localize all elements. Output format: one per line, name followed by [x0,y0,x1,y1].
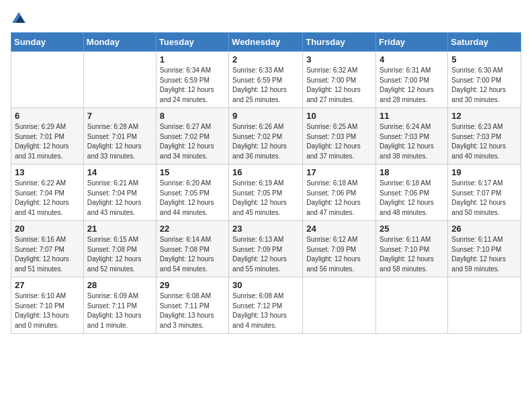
cell-content: Sunrise: 6:15 AM Sunset: 7:08 PM Dayligh… [87,235,152,274]
day-number: 29 [160,280,225,290]
calendar-cell: 11Sunrise: 6:24 AM Sunset: 7:03 PM Dayli… [376,108,448,165]
cell-content: Sunrise: 6:34 AM Sunset: 6:59 PM Dayligh… [160,66,225,105]
cell-content: Sunrise: 6:18 AM Sunset: 7:06 PM Dayligh… [306,179,372,218]
cell-content: Sunrise: 6:10 AM Sunset: 7:10 PM Dayligh… [15,291,80,330]
calendar-cell: 3Sunrise: 6:32 AM Sunset: 7:00 PM Daylig… [303,52,376,108]
calendar-cell: 27Sunrise: 6:10 AM Sunset: 7:10 PM Dayli… [11,277,84,334]
week-row-2: 6Sunrise: 6:29 AM Sunset: 7:01 PM Daylig… [11,108,521,165]
calendar-cell: 6Sunrise: 6:29 AM Sunset: 7:01 PM Daylig… [11,108,84,165]
day-number: 28 [87,280,152,290]
day-number: 8 [160,111,225,121]
day-number: 3 [306,54,372,64]
day-number: 1 [160,54,225,64]
calendar-cell: 14Sunrise: 6:21 AM Sunset: 7:04 PM Dayli… [83,165,156,221]
calendar-cell: 29Sunrise: 6:08 AM Sunset: 7:11 PM Dayli… [156,277,228,334]
cell-content: Sunrise: 6:11 AM Sunset: 7:10 PM Dayligh… [380,235,444,274]
cell-content: Sunrise: 6:31 AM Sunset: 7:00 PM Dayligh… [380,66,444,105]
cell-content: Sunrise: 6:29 AM Sunset: 7:01 PM Dayligh… [15,122,80,161]
day-number: 27 [15,280,80,290]
cell-content: Sunrise: 6:08 AM Sunset: 7:11 PM Dayligh… [160,291,225,330]
weekday-header-row: SundayMondayTuesdayWednesdayThursdayFrid… [11,33,521,52]
day-number: 9 [232,111,299,121]
weekday-header-monday: Monday [83,33,156,52]
calendar-cell: 2Sunrise: 6:33 AM Sunset: 6:59 PM Daylig… [229,52,303,108]
calendar-cell: 19Sunrise: 6:17 AM Sunset: 7:07 PM Dayli… [448,165,521,221]
day-number: 11 [380,111,444,121]
day-number: 10 [306,111,372,121]
day-number: 2 [232,54,299,64]
week-row-1: 1Sunrise: 6:34 AM Sunset: 6:59 PM Daylig… [11,52,521,108]
day-number: 17 [306,167,372,177]
day-number: 16 [232,167,299,177]
cell-content: Sunrise: 6:19 AM Sunset: 7:05 PM Dayligh… [232,179,299,218]
calendar-cell: 30Sunrise: 6:08 AM Sunset: 7:12 PM Dayli… [229,277,303,334]
day-number: 14 [87,167,152,177]
cell-content: Sunrise: 6:26 AM Sunset: 7:02 PM Dayligh… [232,122,299,161]
calendar-cell: 18Sunrise: 6:18 AM Sunset: 7:06 PM Dayli… [376,165,448,221]
calendar-cell: 8Sunrise: 6:27 AM Sunset: 7:02 PM Daylig… [156,108,228,165]
cell-content: Sunrise: 6:22 AM Sunset: 7:04 PM Dayligh… [15,179,80,218]
day-number: 19 [451,167,517,177]
day-number: 5 [451,54,517,64]
calendar-cell: 22Sunrise: 6:14 AM Sunset: 7:08 PM Dayli… [156,221,228,277]
calendar-cell: 13Sunrise: 6:22 AM Sunset: 7:04 PM Dayli… [11,165,84,221]
cell-content: Sunrise: 6:33 AM Sunset: 6:59 PM Dayligh… [232,66,299,105]
calendar-cell: 17Sunrise: 6:18 AM Sunset: 7:06 PM Dayli… [303,165,376,221]
day-number: 30 [232,280,299,290]
day-number: 22 [160,224,225,234]
day-number: 13 [15,167,80,177]
cell-content: Sunrise: 6:14 AM Sunset: 7:08 PM Dayligh… [160,235,225,274]
calendar-cell: 15Sunrise: 6:20 AM Sunset: 7:05 PM Dayli… [156,165,228,221]
day-number: 15 [160,167,225,177]
day-number: 7 [87,111,152,121]
calendar-cell: 23Sunrise: 6:13 AM Sunset: 7:09 PM Dayli… [229,221,303,277]
calendar-cell: 1Sunrise: 6:34 AM Sunset: 6:59 PM Daylig… [156,52,228,108]
cell-content: Sunrise: 6:27 AM Sunset: 7:02 PM Dayligh… [160,122,225,161]
calendar-cell: 7Sunrise: 6:28 AM Sunset: 7:01 PM Daylig… [83,108,156,165]
day-number: 21 [87,224,152,234]
calendar-cell [448,277,521,334]
calendar-cell: 24Sunrise: 6:12 AM Sunset: 7:09 PM Dayli… [303,221,376,277]
cell-content: Sunrise: 6:24 AM Sunset: 7:03 PM Dayligh… [380,122,444,161]
logo [11,11,26,24]
page-header [11,11,521,24]
cell-content: Sunrise: 6:30 AM Sunset: 7:00 PM Dayligh… [451,66,517,105]
calendar-cell: 4Sunrise: 6:31 AM Sunset: 7:00 PM Daylig… [376,52,448,108]
day-number: 25 [380,224,444,234]
weekday-header-sunday: Sunday [11,33,84,52]
calendar-table: SundayMondayTuesdayWednesdayThursdayFrid… [11,32,521,334]
calendar-cell: 25Sunrise: 6:11 AM Sunset: 7:10 PM Dayli… [376,221,448,277]
cell-content: Sunrise: 6:32 AM Sunset: 7:00 PM Dayligh… [306,66,372,105]
calendar-cell: 10Sunrise: 6:25 AM Sunset: 7:03 PM Dayli… [303,108,376,165]
calendar-cell: 9Sunrise: 6:26 AM Sunset: 7:02 PM Daylig… [229,108,303,165]
cell-content: Sunrise: 6:08 AM Sunset: 7:12 PM Dayligh… [232,291,299,330]
weekday-header-tuesday: Tuesday [156,33,228,52]
week-row-3: 13Sunrise: 6:22 AM Sunset: 7:04 PM Dayli… [11,165,521,221]
week-row-4: 20Sunrise: 6:16 AM Sunset: 7:07 PM Dayli… [11,221,521,277]
calendar-cell [11,52,84,108]
cell-content: Sunrise: 6:12 AM Sunset: 7:09 PM Dayligh… [306,235,372,274]
weekday-header-saturday: Saturday [448,33,521,52]
calendar-cell: 5Sunrise: 6:30 AM Sunset: 7:00 PM Daylig… [448,52,521,108]
weekday-header-friday: Friday [376,33,448,52]
cell-content: Sunrise: 6:11 AM Sunset: 7:10 PM Dayligh… [451,235,517,274]
calendar-cell: 12Sunrise: 6:23 AM Sunset: 7:03 PM Dayli… [448,108,521,165]
weekday-header-thursday: Thursday [303,33,376,52]
day-number: 20 [15,224,80,234]
cell-content: Sunrise: 6:25 AM Sunset: 7:03 PM Dayligh… [306,122,372,161]
cell-content: Sunrise: 6:23 AM Sunset: 7:03 PM Dayligh… [451,122,517,161]
day-number: 4 [380,54,444,64]
cell-content: Sunrise: 6:20 AM Sunset: 7:05 PM Dayligh… [160,179,225,218]
cell-content: Sunrise: 6:17 AM Sunset: 7:07 PM Dayligh… [451,179,517,218]
day-number: 23 [232,224,299,234]
day-number: 12 [451,111,517,121]
calendar-cell [303,277,376,334]
cell-content: Sunrise: 6:09 AM Sunset: 7:11 PM Dayligh… [87,291,152,330]
cell-content: Sunrise: 6:18 AM Sunset: 7:06 PM Dayligh… [380,179,444,218]
week-row-5: 27Sunrise: 6:10 AM Sunset: 7:10 PM Dayli… [11,277,521,334]
calendar-cell: 26Sunrise: 6:11 AM Sunset: 7:10 PM Dayli… [448,221,521,277]
day-number: 6 [15,111,80,121]
day-number: 18 [380,167,444,177]
cell-content: Sunrise: 6:21 AM Sunset: 7:04 PM Dayligh… [87,179,152,218]
calendar-cell: 16Sunrise: 6:19 AM Sunset: 7:05 PM Dayli… [229,165,303,221]
